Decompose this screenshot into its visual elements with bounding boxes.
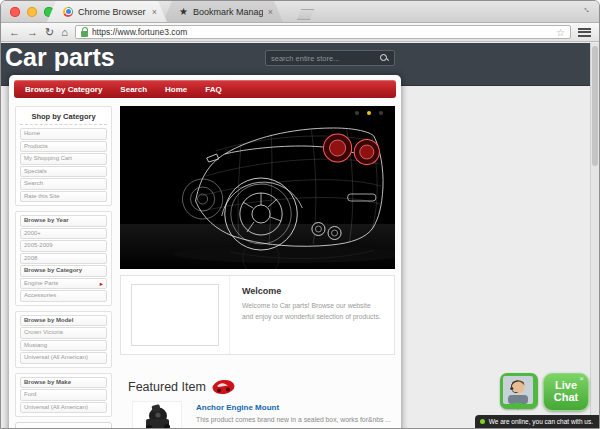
online-status-dot <box>480 419 485 424</box>
page-sheet: Browse by Category Search Home FAQ Shop … <box>9 75 401 429</box>
welcome-text-area: Welcome Welcome to Car parts! Browse our… <box>229 276 394 354</box>
forward-button[interactable]: → <box>27 27 38 38</box>
browse-model-panel: Browse by Model Crown Victoria Mustang U… <box>15 311 112 368</box>
carousel-dot[interactable] <box>355 111 359 115</box>
chat-agent-photo[interactable] <box>500 373 538 409</box>
bookmark-star-icon: ★ <box>179 7 188 17</box>
product-description: This product comes brand new in a sealed… <box>196 416 391 423</box>
sidebar-item[interactable]: Browse by Category <box>20 265 107 277</box>
sidebar-item[interactable]: Accessories <box>20 290 107 302</box>
product-info: Anchor Engine Mount This product comes b… <box>196 401 391 429</box>
welcome-card: Welcome Welcome to Car parts! Browse our… <box>120 275 395 355</box>
search-icon[interactable] <box>380 54 389 63</box>
sidebar-item[interactable]: Search <box>20 178 107 190</box>
sidebar-item[interactable]: Universal (All American) <box>20 402 107 414</box>
main-content: Welcome Welcome to Car parts! Browse our… <box>120 106 395 429</box>
store-search-input[interactable] <box>271 54 380 63</box>
panel-title: Shop by Category <box>20 110 107 125</box>
browser-toolbar: ← → ↻ ⌂ https://www.fortune3.com ☆ <box>1 23 599 42</box>
scrollbar-thumb[interactable] <box>592 46 598 166</box>
nav-link[interactable]: Home <box>165 85 187 94</box>
browser-window: Chrome Browser × ★ Bookmark Manager × ↔ … <box>0 0 600 429</box>
featured-header: Featured Item <box>120 379 395 395</box>
sidebar-item[interactable]: Universal (All American) <box>20 352 107 364</box>
window-resize-icon[interactable]: ↔ <box>581 2 594 15</box>
home-button[interactable]: ⌂ <box>61 27 68 38</box>
tab-label: Bookmark Manager <box>193 7 263 17</box>
sidebar-item[interactable]: Mustang <box>20 340 107 352</box>
store-search-box[interactable] <box>265 50 395 66</box>
sheet-body: Shop by Category Home Products My Shoppi… <box>9 103 401 429</box>
ssl-lock-icon <box>81 31 88 37</box>
url-text[interactable]: https://www.fortune3.com <box>92 27 187 37</box>
sidebar: Shop by Category Home Products My Shoppi… <box>15 106 112 429</box>
back-button[interactable]: ← <box>9 27 20 38</box>
tab-close-icon[interactable]: × <box>152 7 161 17</box>
tab-close-icon[interactable]: × <box>268 7 277 17</box>
live-chat-label: Live Chat <box>554 379 578 404</box>
scrollbar[interactable] <box>590 43 599 428</box>
rate-site-button[interactable]: ★ Rate this Site <box>15 422 112 429</box>
online-status-text: We are online, you can chat with us. <box>489 418 593 425</box>
address-bar[interactable]: https://www.fortune3.com ☆ <box>75 25 571 39</box>
sidebar-item[interactable]: Browse by Make <box>20 377 107 389</box>
tab-bookmark-manager[interactable]: ★ Bookmark Manager × <box>163 1 283 22</box>
carousel-dot-active[interactable] <box>367 111 371 115</box>
featured-product-row: Anchor Engine Mount This product comes b… <box>120 401 395 429</box>
product-name-link[interactable]: Anchor Engine Mount <box>196 403 391 412</box>
titlebar: Chrome Browser × ★ Bookmark Manager × ↔ <box>1 1 599 23</box>
carousel-dot[interactable] <box>379 111 383 115</box>
chat-status-bar[interactable]: We are online, you can chat with us. <box>475 415 599 428</box>
shop-category-list: Home Products My Shopping Cart Specials … <box>20 128 107 202</box>
sidebar-item[interactable]: Engine Parts <box>20 278 107 290</box>
welcome-text: Welcome to Car parts! Browse our website… <box>242 301 382 322</box>
featured-section: Featured Item <box>120 379 395 429</box>
sidebar-item[interactable]: 2000+ <box>20 228 107 240</box>
menu-icon[interactable] <box>578 28 591 37</box>
nav-link[interactable]: Search <box>120 85 147 94</box>
close-window-button[interactable] <box>10 7 20 17</box>
carousel-dots <box>355 111 383 115</box>
browse-make-panel: Browse by Make Ford Universal (All Ameri… <box>15 373 112 418</box>
tab-chrome-browser[interactable]: Chrome Browser × <box>47 1 167 22</box>
tab-strip: Chrome Browser × ★ Bookmark Manager × <box>47 1 283 22</box>
sidebar-item[interactable]: Products <box>20 141 107 153</box>
welcome-image-placeholder <box>131 284 219 346</box>
sidebar-item[interactable]: My Shopping Cart <box>20 153 107 165</box>
sidebar-item[interactable]: Home <box>20 128 107 140</box>
browse-year-category-panel: Browse by Year 2000+ 2005-2009 2008 Brow… <box>15 211 112 306</box>
site-logo[interactable]: Car parts <box>5 43 115 72</box>
featured-car-badge-icon <box>212 379 235 395</box>
sidebar-item[interactable]: Browse by Year <box>20 215 107 227</box>
new-tab-button[interactable] <box>297 9 314 20</box>
minimize-window-button[interactable] <box>27 7 37 17</box>
sidebar-item[interactable]: Rate this Site <box>20 191 107 203</box>
featured-title: Featured Item <box>128 380 206 394</box>
live-chat-widget: × Live Chat <box>500 373 589 411</box>
sidebar-item[interactable]: 2008 <box>20 253 107 265</box>
hero-banner <box>120 106 395 269</box>
chrome-logo-icon <box>63 7 73 17</box>
tab-label: Chrome Browser <box>78 7 146 17</box>
bookmark-this-page-icon[interactable]: ☆ <box>556 27 565 38</box>
sidebar-item[interactable]: Browse by Model <box>20 315 107 327</box>
main-nav: Browse by Category Search Home FAQ <box>14 80 396 98</box>
nav-link[interactable]: FAQ <box>205 85 221 94</box>
car-wireframe-image <box>120 106 395 269</box>
reload-button[interactable]: ↻ <box>45 27 54 38</box>
sidebar-item[interactable]: Crown Victoria <box>20 327 107 339</box>
sidebar-item[interactable]: Ford <box>20 389 107 401</box>
shop-category-panel: Shop by Category Home Products My Shoppi… <box>15 106 112 206</box>
sidebar-item[interactable]: 2005-2009 <box>20 240 107 252</box>
product-thumbnail[interactable] <box>132 401 182 429</box>
sidebar-item[interactable]: Specials <box>20 166 107 178</box>
live-chat-button[interactable]: × Live Chat <box>543 373 589 411</box>
welcome-title: Welcome <box>242 286 382 296</box>
page-viewport: Car parts Browse by Category Search Home… <box>1 43 599 428</box>
chat-close-icon[interactable]: × <box>579 374 584 383</box>
nav-link[interactable]: Browse by Category <box>25 85 102 94</box>
